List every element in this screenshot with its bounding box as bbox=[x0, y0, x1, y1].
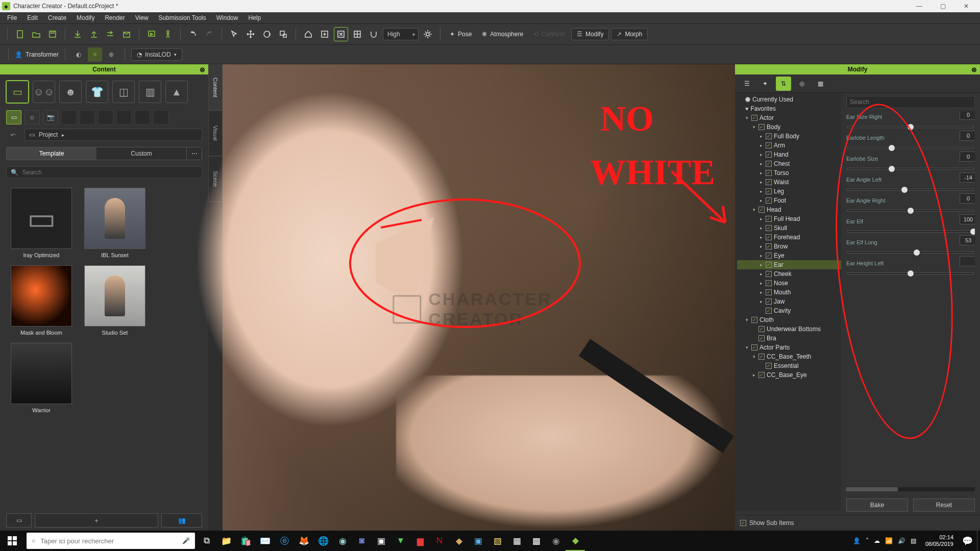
thumb-ibl-sunset[interactable]: IBL Sunset bbox=[82, 188, 148, 258]
tree-checkbox[interactable]: ✓ bbox=[766, 271, 772, 277]
category-avatar-icon[interactable]: ☺☺ bbox=[33, 81, 55, 103]
tree-currently-used[interactable]: Currently Used bbox=[737, 95, 841, 104]
tree-checkbox[interactable]: ✓ bbox=[758, 354, 765, 360]
window-maximize[interactable]: ▢ bbox=[931, 0, 954, 12]
tree-arrow-icon[interactable]: ▸ bbox=[758, 235, 764, 240]
tree-checkbox[interactable]: ✓ bbox=[766, 262, 772, 268]
tree-arrow-icon[interactable]: ▸ bbox=[758, 134, 764, 139]
menu-modify[interactable]: Modify bbox=[71, 12, 100, 23]
new-file-icon[interactable] bbox=[13, 27, 27, 41]
taskbar-notes-icon[interactable]: ▧ bbox=[488, 531, 507, 551]
taskbar-edge-icon[interactable]: ⓔ bbox=[275, 531, 294, 551]
slider-track[interactable]: 0 bbox=[846, 143, 975, 149]
modify-texture-icon[interactable]: ▦ bbox=[813, 77, 828, 91]
tree-arrow-icon[interactable]: ▸ bbox=[758, 299, 764, 304]
tree-arrow-icon[interactable]: ▸ bbox=[758, 253, 764, 258]
window-close[interactable]: ✕ bbox=[954, 0, 978, 12]
slider-thumb[interactable] bbox=[889, 166, 895, 172]
menu-render[interactable]: Render bbox=[100, 12, 130, 23]
menu-edit[interactable]: Edit bbox=[22, 12, 43, 23]
slider-value[interactable]: 0 bbox=[960, 193, 975, 204]
export-icon[interactable] bbox=[87, 27, 101, 41]
tree-waist[interactable]: ▸✓Waist bbox=[737, 178, 841, 187]
show-desktop[interactable] bbox=[977, 531, 980, 551]
conform-button[interactable]: ⟲Conform bbox=[529, 31, 569, 38]
scale-icon[interactable] bbox=[276, 27, 290, 41]
morph-mode-button[interactable]: ↗Morph bbox=[611, 28, 648, 40]
taskbar-chrome-icon[interactable]: 🌐 bbox=[313, 531, 333, 551]
modify-mode-button[interactable]: ☰Modify bbox=[571, 28, 609, 40]
tree-checkbox[interactable]: ✓ bbox=[766, 179, 772, 185]
tree-checkbox[interactable]: ✓ bbox=[766, 152, 772, 158]
tree-checkbox[interactable]: ✓ bbox=[766, 234, 772, 240]
thumb-iray-optimized[interactable]: ▭Iray Optimized bbox=[8, 188, 75, 258]
taskbar-epic-icon[interactable]: ▣ bbox=[372, 531, 391, 551]
taskbar-cc-icon[interactable]: ◆ bbox=[566, 531, 585, 551]
atmosphere-button[interactable]: ❋Atmosphere bbox=[478, 31, 527, 38]
tree-checkbox[interactable]: ✓ bbox=[766, 133, 772, 139]
taskbar-app2-icon[interactable]: ▆ bbox=[410, 531, 430, 551]
tree-checkbox[interactable]: ✓ bbox=[766, 308, 772, 314]
tree-jaw[interactable]: ▸✓Jaw bbox=[737, 297, 841, 306]
slider-search-input[interactable] bbox=[846, 96, 975, 108]
taskbar-store-icon[interactable]: 🛍️ bbox=[236, 531, 255, 551]
taskbar-netflix-icon[interactable]: N bbox=[430, 531, 449, 551]
menu-view[interactable]: View bbox=[130, 12, 154, 23]
tree-brow[interactable]: ▸✓Brow bbox=[737, 242, 841, 251]
grid-icon[interactable] bbox=[350, 27, 364, 41]
menu-file[interactable]: File bbox=[2, 12, 22, 23]
slider-track[interactable]: -14 bbox=[846, 185, 975, 191]
tree-arrow-icon[interactable]: ▾ bbox=[751, 354, 756, 359]
tree-full-head[interactable]: ▸✓Full Head bbox=[737, 214, 841, 223]
taskbar-app5-icon[interactable]: ▦ bbox=[507, 531, 527, 551]
tree-essential[interactable]: ✓Essential bbox=[737, 361, 841, 370]
slider-thumb[interactable] bbox=[889, 145, 895, 151]
taskbar-clock[interactable]: 02:14 08/05/2019 bbox=[921, 534, 958, 547]
tab-template[interactable]: Template bbox=[7, 147, 96, 160]
slider-value[interactable] bbox=[960, 256, 975, 266]
tree-cloth[interactable]: ▾✓Cloth bbox=[737, 315, 841, 324]
tree-arrow-icon[interactable]: ▾ bbox=[744, 115, 749, 120]
taskbar-app1-icon[interactable]: ▼ bbox=[391, 531, 410, 551]
tree-ear[interactable]: ▸✓Ear bbox=[737, 260, 841, 269]
tree-checkbox[interactable]: ✓ bbox=[766, 225, 772, 231]
tree-favorites[interactable]: ♥Favorites bbox=[737, 104, 841, 113]
package-icon[interactable] bbox=[119, 27, 134, 41]
slider-track[interactable]: 100 bbox=[846, 227, 975, 233]
bake-button[interactable]: Bake bbox=[846, 498, 908, 512]
frame-in-icon[interactable] bbox=[317, 27, 332, 41]
taskbar-discord-icon[interactable]: ◙ bbox=[352, 531, 372, 551]
tree-checkbox[interactable]: ✓ bbox=[766, 216, 772, 222]
menu-window[interactable]: Window bbox=[211, 12, 243, 23]
taskbar-explorer-icon[interactable]: 📁 bbox=[216, 531, 236, 551]
tray-cloud-icon[interactable]: ☁ bbox=[874, 537, 880, 544]
window-minimize[interactable]: — bbox=[908, 0, 931, 12]
taskbar-search-input[interactable] bbox=[40, 537, 177, 545]
tree-checkbox[interactable]: ✓ bbox=[758, 326, 765, 332]
menu-help[interactable]: Help bbox=[243, 12, 266, 23]
slider-track[interactable]: 0 bbox=[846, 206, 975, 212]
tree-skull[interactable]: ▸✓Skull bbox=[737, 223, 841, 233]
tree-checkbox[interactable]: ✓ bbox=[766, 298, 772, 305]
taskbar-steam-icon[interactable]: ◉ bbox=[333, 531, 352, 551]
subtool-2-icon[interactable]: ✧ bbox=[88, 47, 102, 62]
slider-thumb[interactable] bbox=[901, 187, 908, 193]
reset-button[interactable]: Reset bbox=[913, 498, 975, 512]
tree-mouth[interactable]: ▸✓Mouth bbox=[737, 288, 841, 297]
slider-value[interactable]: 53 bbox=[960, 235, 975, 245]
sub-camera-icon[interactable]: 📷 bbox=[43, 110, 58, 124]
tray-wifi-icon[interactable]: 📶 bbox=[885, 537, 893, 544]
tree-checkbox[interactable]: ✓ bbox=[751, 344, 757, 350]
task-view-icon[interactable]: ⧉ bbox=[197, 531, 216, 551]
tree-leg[interactable]: ▸✓Leg bbox=[737, 187, 841, 196]
render-view-icon[interactable] bbox=[144, 27, 159, 41]
tree-hand[interactable]: ▸✓Hand bbox=[737, 150, 841, 159]
tree-full-body[interactable]: ▸✓Full Body bbox=[737, 132, 841, 141]
tree-actor-parts[interactable]: ▾✓Actor Parts bbox=[737, 343, 841, 352]
tray-lang-icon[interactable]: ▤ bbox=[911, 537, 916, 544]
tray-up-icon[interactable]: ˄ bbox=[866, 537, 869, 544]
tree-arrow-icon[interactable]: ▾ bbox=[744, 345, 749, 350]
tree-checkbox[interactable]: ✓ bbox=[758, 207, 765, 213]
slider-value[interactable]: 0 bbox=[960, 152, 975, 162]
tree-head[interactable]: ▾✓Head bbox=[737, 205, 841, 214]
